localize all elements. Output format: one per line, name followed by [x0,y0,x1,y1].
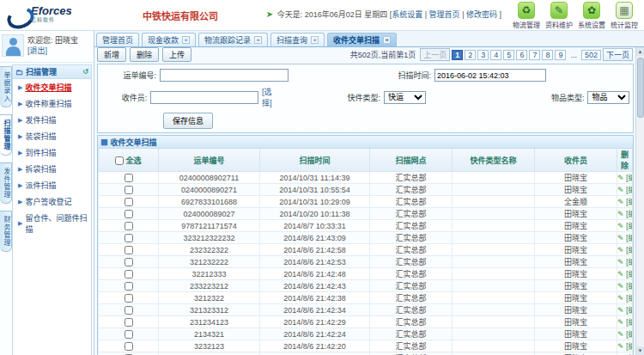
edit-link[interactable]: [编辑] [626,306,632,315]
cell-courier: 田晓宝 [535,328,617,340]
row-checkbox[interactable] [125,270,133,278]
edit-link[interactable]: [编辑] [626,318,632,327]
page-number-2[interactable]: 2 [465,50,476,60]
sidebar-item-1[interactable]: ▶ 收件交单扫描 [13,79,91,95]
page-number-9[interactable]: 9 [555,50,566,60]
row-checkbox[interactable] [125,246,133,254]
row-checkbox[interactable] [125,234,133,242]
scroll-down-icon[interactable]: ▼ [636,346,644,355]
page-number-502[interactable]: 502 [581,50,601,60]
tab-5[interactable]: 收件交单扫描 × [327,33,397,46]
page-number-5[interactable]: 5 [503,50,514,60]
tab-close-icon[interactable]: × [311,36,319,44]
edit-link[interactable]: [编辑] [626,222,632,230]
stats-monitor-icon: ▦ [616,2,633,19]
page-number-3[interactable]: 3 [477,50,489,60]
row-checkbox[interactable] [125,342,133,351]
cell-scan-time: 2014/8/6 21:42:29 [260,316,370,328]
vertical-tab-4[interactable]: 财务管理 [0,211,12,252]
scan-time-input[interactable] [434,69,546,82]
row-checkbox[interactable] [125,282,133,291]
tab-1[interactable]: 管理首页 [96,33,139,46]
quick-logistics-management[interactable]: ♻ 物流管理 [510,1,543,29]
edit-link[interactable]: [编辑] [626,330,632,339]
goods-type-select[interactable]: 物品 [587,91,629,104]
edit-link[interactable]: [编辑] [626,186,632,194]
cell-scan-time: 2014/8/7 10:33:31 [260,220,370,232]
row-checkbox[interactable] [125,210,133,218]
row-checkbox[interactable] [125,258,133,266]
row-checkbox[interactable] [125,318,133,327]
edit-link[interactable]: [编辑] [626,294,632,303]
courier-input[interactable] [150,91,258,104]
choose-courier-link[interactable]: [选择] [262,86,278,108]
edit-link[interactable]: [编辑] [626,210,632,218]
edit-link[interactable]: [编辑] [626,282,632,291]
row-checkbox[interactable] [125,306,133,315]
select-all-checkbox[interactable] [115,156,124,165]
quick-data-maintenance[interactable]: ✎ 资料维护 [543,1,575,29]
sidebar-item-8[interactable]: ▶ 客户签收登记 [13,193,91,210]
edit-link[interactable]: [编辑] [626,174,632,182]
sidebar-item-2[interactable]: ▶ 收件称重扫描 [13,95,91,112]
delete-button[interactable]: 删除 [130,47,159,62]
pencil-icon: ✎ [617,246,624,254]
link-system-settings[interactable]: 系统设置 [392,10,422,19]
add-button[interactable]: 新增 [97,47,126,62]
next-page-button[interactable]: 下一页 [603,48,633,61]
logout-link[interactable]: [退出] [27,46,78,56]
row-checkbox[interactable] [125,294,133,303]
edit-link[interactable]: [编辑] [626,198,632,206]
vertical-tab-1[interactable]: 单据录入 [0,66,12,107]
vertical-scrollbar[interactable]: ▲ ▼ [635,47,644,355]
link-admin-home[interactable]: 管理首页 [429,10,460,19]
page-number-1[interactable]: 1 [452,50,463,60]
form-row-2: 收件员: [选择] 快件类型: 快运 物品类型: 物品 [101,86,629,108]
row-checkbox[interactable] [125,330,133,339]
edit-link[interactable]: [编辑] [626,258,632,266]
quick-stats-monitor[interactable]: ▦ 统计监控 [608,1,641,29]
sidebar-item-9[interactable]: ▶ 留仓件、问题件扫描 [13,210,91,237]
row-checkbox[interactable] [125,222,133,230]
sidebar-item-4[interactable]: ▶ 装袋扫描 [13,128,91,144]
row-checkbox[interactable] [125,186,133,194]
save-button[interactable]: 保存信息 [163,113,213,129]
page-number-8[interactable]: 8 [542,50,553,60]
tab-close-icon[interactable]: × [254,36,262,44]
scroll-up-icon[interactable]: ▲ [636,47,644,56]
sidebar-item-6[interactable]: ▶ 拆袋扫描 [13,161,91,177]
express-type-select[interactable]: 快运 [384,91,426,104]
cell-courier: 田晓宝 [535,280,617,292]
tab-close-icon[interactable]: × [182,36,190,44]
vertical-tab-2[interactable]: 扫描管理 [0,114,12,156]
waybill-input[interactable] [160,69,289,82]
page-number-4[interactable]: 4 [490,50,501,60]
row-checkbox[interactable] [125,174,133,182]
row-checkbox[interactable] [125,198,133,206]
sidebar-item-7[interactable]: ▶ 派件扫描 [13,177,91,193]
link-change-password[interactable]: 修改密码 [466,10,497,19]
logo: Eforces 亿科软件 [0,6,112,25]
sidebar-item-3[interactable]: ▶ 发件扫描 [13,112,91,128]
cell-actions: ✎ [编辑] ✕ [删除] [617,340,633,352]
edit-link[interactable]: [编辑] [626,246,632,254]
edit-link[interactable]: [编辑] [626,270,632,278]
edit-link[interactable]: [编辑] [626,234,632,242]
collapse-icon[interactable]: ↺ [82,68,88,76]
menu-group-title[interactable]: 🗀 扫描管理 ↺ [13,65,91,79]
edit-link[interactable]: [编辑] [626,342,632,351]
tab-3[interactable]: 物流跟踪记录 × [198,33,268,46]
tab-close-icon[interactable]: × [383,36,391,44]
arrow-icon: ▶ [18,84,22,91]
vertical-tab-3[interactable]: 发件管理 [0,162,12,204]
scroll-thumb[interactable] [637,58,644,118]
cell-actions: ✎ [编辑] ✕ [删除] [617,196,633,208]
prev-page-button[interactable]: 上一页 [420,48,450,61]
tab-2[interactable]: 现金收款 × [142,33,196,46]
sidebar-item-5[interactable]: ▶ 到件扫描 [13,144,91,161]
page-number-7[interactable]: 7 [529,50,540,60]
tab-4[interactable]: 扫描查询 × [270,33,325,46]
quick-system-settings[interactable]: ✿ 系统设置 [575,1,608,29]
upload-button[interactable]: 上传 [162,47,191,62]
page-number-6[interactable]: 6 [516,50,527,60]
